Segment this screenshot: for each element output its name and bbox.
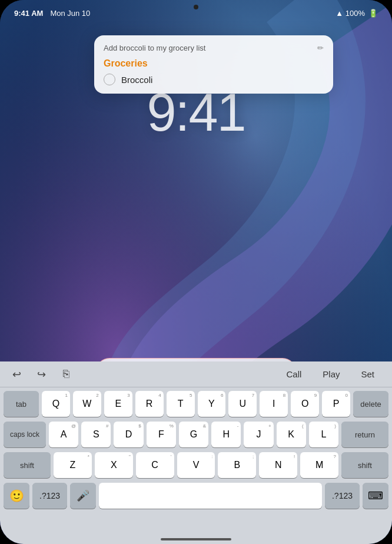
undo-icon[interactable]: ↩ xyxy=(7,368,26,381)
toolbar-buttons: Call Play Set xyxy=(275,367,385,382)
key-z[interactable]: Z* xyxy=(54,452,92,478)
notif-list-title: Groceries xyxy=(104,58,324,69)
notif-header: Add broccoli to my grocery list ✏ xyxy=(104,44,324,52)
key-e[interactable]: E3 xyxy=(104,391,132,417)
status-date: Mon Jun 10 xyxy=(50,9,90,18)
key-b[interactable]: B; xyxy=(218,452,256,478)
key-h[interactable]: H- xyxy=(211,422,241,447)
wifi-icon: ▲ 100% xyxy=(335,9,365,18)
key-row-1: tab Q1 W2 E3 R4 T5 Y6 U7 I8 O9 P0 delete xyxy=(4,391,388,417)
keyboard-keys: tab Q1 W2 E3 R4 T5 Y6 U7 I8 O9 P0 delete… xyxy=(0,387,392,478)
tab-key[interactable]: tab xyxy=(4,391,39,417)
keyboard-toolbar: ↩ ↪ ⎘ Call Play Set xyxy=(0,361,392,387)
key-p[interactable]: P0 xyxy=(322,391,350,417)
keyboard-bottom-row: 🙂 .?123 🎤 .?123 ⌨ xyxy=(0,483,392,513)
mic-key[interactable]: 🎤 xyxy=(70,483,96,509)
shift-left-key[interactable]: shift xyxy=(4,452,51,478)
status-time: 9:41 AM xyxy=(14,9,43,18)
key-g[interactable]: G& xyxy=(179,422,208,447)
keyboard-icon-key[interactable]: ⌨ xyxy=(363,483,388,509)
key-l[interactable]: L) xyxy=(309,422,338,447)
key-y[interactable]: Y6 xyxy=(198,391,226,417)
toolbar-icons: ↩ ↪ ⎘ xyxy=(7,368,75,381)
key-d[interactable]: D$ xyxy=(114,422,143,447)
key-c[interactable]: C' xyxy=(136,452,174,478)
battery-icon: 🔋 xyxy=(368,9,378,18)
set-button[interactable]: Set xyxy=(350,367,385,382)
key-w[interactable]: W2 xyxy=(73,391,101,417)
key-x[interactable]: X" xyxy=(95,452,133,478)
key-v[interactable]: V: xyxy=(177,452,215,478)
copy-icon[interactable]: ⎘ xyxy=(57,368,75,380)
key-k[interactable]: K( xyxy=(277,422,306,447)
notif-item: Broccoli xyxy=(104,74,324,85)
keyboard-area: ↩ ↪ ⎘ Call Play Set tab Q1 W2 E3 R4 T5 Y… xyxy=(0,361,392,544)
key-q[interactable]: Q1 xyxy=(42,391,70,417)
ipad-frame: 9:41 AM Mon Jun 10 ▲ 100% 🔋 9:41 Add bro… xyxy=(0,0,392,544)
edit-icon[interactable]: ✏ xyxy=(317,44,324,52)
redo-icon[interactable]: ↪ xyxy=(32,368,51,381)
key-t[interactable]: T5 xyxy=(167,391,195,417)
item-checkbox[interactable] xyxy=(104,74,115,85)
shift-right-key[interactable]: shift xyxy=(341,452,388,478)
status-bar: 9:41 AM Mon Jun 10 ▲ 100% 🔋 xyxy=(0,0,392,21)
num-key-left[interactable]: .?123 xyxy=(32,483,67,509)
emoji-key[interactable]: 🙂 xyxy=(4,483,29,509)
return-key[interactable]: return xyxy=(341,422,388,447)
key-row-2: caps lock A@ S# D$ F% G& H- J+ K( L) ret… xyxy=(4,422,388,447)
home-indicator xyxy=(161,538,231,540)
notif-title: Add broccoli to my grocery list xyxy=(104,44,205,52)
key-row-3: shift Z* X" C' V: B; N! M? shift xyxy=(4,452,388,478)
key-n[interactable]: N! xyxy=(259,452,297,478)
caps-lock-key[interactable]: caps lock xyxy=(4,422,46,447)
play-button[interactable]: Play xyxy=(312,367,350,382)
space-key[interactable] xyxy=(99,483,322,509)
key-f[interactable]: F% xyxy=(147,422,176,447)
key-s[interactable]: S# xyxy=(81,422,111,447)
key-m[interactable]: M? xyxy=(300,452,338,478)
camera-notch xyxy=(194,5,198,9)
key-a[interactable]: A@ xyxy=(49,422,78,447)
key-u[interactable]: U7 xyxy=(228,391,257,417)
key-j[interactable]: J+ xyxy=(244,422,273,447)
key-i[interactable]: I8 xyxy=(260,391,288,417)
notif-item-text: Broccoli xyxy=(121,75,152,85)
call-button[interactable]: Call xyxy=(275,367,312,382)
delete-key[interactable]: delete xyxy=(353,391,388,417)
notification-card[interactable]: Add broccoli to my grocery list ✏ Grocer… xyxy=(94,35,333,94)
key-o[interactable]: O9 xyxy=(291,391,319,417)
num-key-right[interactable]: .?123 xyxy=(325,483,360,509)
status-right: ▲ 100% 🔋 xyxy=(335,9,378,18)
key-r[interactable]: R4 xyxy=(135,391,164,417)
